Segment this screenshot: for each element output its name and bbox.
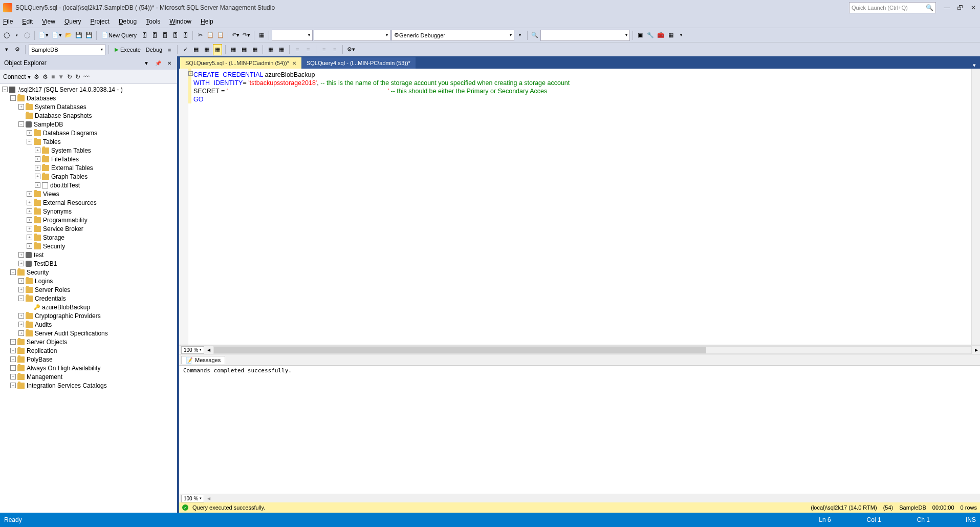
expand-icon[interactable]: +	[27, 226, 32, 231]
toolbar2-icon-b[interactable]: ⚙	[13, 44, 22, 55]
expand-icon[interactable]: +	[35, 174, 40, 179]
close-button[interactable]: ✕	[970, 4, 977, 11]
results-button-3[interactable]: ▦	[250, 44, 259, 55]
undo-button[interactable]: ↶▾	[231, 30, 241, 41]
tree-row[interactable]: +TestDB1	[0, 259, 177, 268]
expand-icon[interactable]: +	[10, 374, 16, 380]
restore-button[interactable]: 🗗	[956, 4, 964, 11]
tab-overflow-icon[interactable]: ▾	[970, 62, 979, 69]
oe-tool-2[interactable]: ⚙	[42, 73, 48, 80]
new-file-button[interactable]: 📄▾	[51, 30, 63, 41]
connect-button[interactable]: Connect ▾	[3, 73, 31, 80]
redo-button[interactable]: ↷▾	[242, 30, 251, 41]
oe-tool-3[interactable]: ■	[51, 73, 55, 80]
tree-row[interactable]: +Server Audit Specifications	[0, 329, 177, 338]
nav-back-button[interactable]: ◯	[2, 30, 11, 41]
plan-button-1[interactable]: ▦	[191, 44, 201, 55]
expand-icon[interactable]: +	[27, 243, 32, 249]
tree-row[interactable]: +Security	[0, 242, 177, 250]
expand-icon[interactable]: +	[18, 322, 24, 327]
tree-row[interactable]: +Server Roles	[0, 285, 177, 294]
tree-row[interactable]: +Audits	[0, 320, 177, 329]
tree-server-root[interactable]: − .\sql2k17 (SQL Server 14.0.3038.14 - )	[0, 85, 177, 94]
dropdown-icon[interactable]: ▼	[142, 60, 150, 66]
menu-view[interactable]: View	[42, 18, 55, 25]
tree-row[interactable]: +Management	[0, 372, 177, 381]
tab-active[interactable]: SQLQuery5.sql - (l...MIN-PC\admin (54))*…	[180, 57, 301, 69]
expand-icon[interactable]: +	[27, 217, 32, 223]
menu-query[interactable]: Query	[64, 18, 81, 25]
tree-row[interactable]: +System Tables	[0, 146, 177, 155]
expand-icon[interactable]: +	[18, 330, 24, 336]
collapse-icon[interactable]: −	[27, 139, 32, 144]
refresh-icon[interactable]: ↻	[75, 73, 80, 80]
paste-button[interactable]: 📋	[216, 30, 225, 41]
menu-tools[interactable]: Tools	[146, 18, 160, 25]
close-icon[interactable]: ✕	[166, 60, 173, 66]
expand-icon[interactable]: +	[27, 191, 32, 197]
tool-icon-1[interactable]: ▣	[636, 30, 645, 41]
quick-launch-input[interactable]: Quick Launch (Ctrl+Q) 🔍	[849, 2, 936, 13]
tree-row[interactable]: +External Resources	[0, 198, 177, 207]
tree-row[interactable]: +PolyBase	[0, 355, 177, 364]
tool-icon-2[interactable]: 🔧	[646, 30, 655, 41]
tree-row[interactable]: +Service Broker	[0, 224, 177, 233]
plan-button-3[interactable]: ▦	[213, 44, 222, 55]
results-button-2[interactable]: ▦	[239, 44, 249, 55]
scroll-left-icon[interactable]: ◀	[207, 496, 210, 501]
menu-debug[interactable]: Debug	[119, 18, 137, 25]
debug-button[interactable]: Debug	[145, 44, 163, 55]
database-combo[interactable]: SampleDB▾	[29, 44, 105, 55]
menu-file[interactable]: File	[3, 18, 13, 25]
tree-row[interactable]: +System Databases	[0, 102, 177, 111]
combo-2[interactable]: ▾	[314, 30, 390, 41]
tree-row[interactable]: −SampleDB	[0, 120, 177, 129]
cut-button[interactable]: ✂	[195, 30, 205, 41]
vertical-scrollbar[interactable]	[971, 69, 980, 345]
toolbar-icon-a[interactable]: ▦	[257, 30, 266, 41]
expand-icon[interactable]: +	[35, 182, 40, 188]
expand-icon[interactable]: +	[27, 208, 32, 214]
results-button-1[interactable]: ▦	[229, 44, 238, 55]
collapse-icon[interactable]: −	[2, 87, 8, 92]
tree-row[interactable]: +Synonyms	[0, 207, 177, 216]
tree-row[interactable]: 🔑azureBlobBackup	[0, 303, 177, 311]
toolbar2-icon-a[interactable]: ▾	[2, 44, 11, 55]
execute-button[interactable]: ▶Execute	[112, 44, 143, 55]
tree-row[interactable]: +Storage	[0, 233, 177, 242]
tree-row[interactable]: −Databases	[0, 94, 177, 102]
comment-button[interactable]: ≡	[293, 44, 302, 55]
expand-icon[interactable]: +	[10, 383, 16, 388]
collapse-icon[interactable]: −	[18, 296, 24, 301]
new-query-button[interactable]: 📄 New Query	[99, 30, 139, 41]
collapse-icon[interactable]: −	[10, 269, 16, 275]
tree-row[interactable]: −Credentials	[0, 294, 177, 303]
expand-icon[interactable]: +	[18, 278, 24, 284]
menu-project[interactable]: Project	[91, 18, 110, 25]
outline-collapse-icon[interactable]: −	[188, 71, 193, 76]
debugger-combo[interactable]: ⚙ Generic Debugger▾	[391, 30, 514, 41]
oe-tool-1[interactable]: ⚙	[34, 73, 39, 80]
expand-icon[interactable]: +	[10, 348, 16, 353]
minimize-button[interactable]: —	[943, 4, 950, 11]
tree-row[interactable]: −Security	[0, 268, 177, 277]
code-editor[interactable]: − CREATE CREDENTIAL azureBlobBackup WITH…	[179, 69, 980, 345]
tool-icon-4[interactable]: ▦	[666, 30, 676, 41]
expand-icon[interactable]: +	[27, 235, 32, 240]
tree-row[interactable]: +Database Diagrams	[0, 129, 177, 137]
tree-row[interactable]: +External Tables	[0, 163, 177, 172]
scroll-right-icon[interactable]: ▶	[975, 348, 978, 352]
indent-button-2[interactable]: ≡	[330, 44, 339, 55]
expand-icon[interactable]: +	[18, 261, 24, 266]
tree-row[interactable]: +Views	[0, 189, 177, 198]
query-icon-2[interactable]: 🗄	[150, 30, 159, 41]
tree-row[interactable]: +Server Objects	[0, 338, 177, 346]
save-button[interactable]: 💾	[74, 30, 83, 41]
query-icon-4[interactable]: 🗄	[170, 30, 180, 41]
scroll-left-icon[interactable]: ◀	[207, 348, 210, 352]
tree-row[interactable]: +Integration Services Catalogs	[0, 381, 177, 390]
expand-icon[interactable]: +	[18, 252, 24, 258]
grid-button-2[interactable]: ▦	[277, 44, 286, 55]
horizontal-scrollbar[interactable]	[213, 346, 972, 354]
indent-button-1[interactable]: ≡	[319, 44, 329, 55]
